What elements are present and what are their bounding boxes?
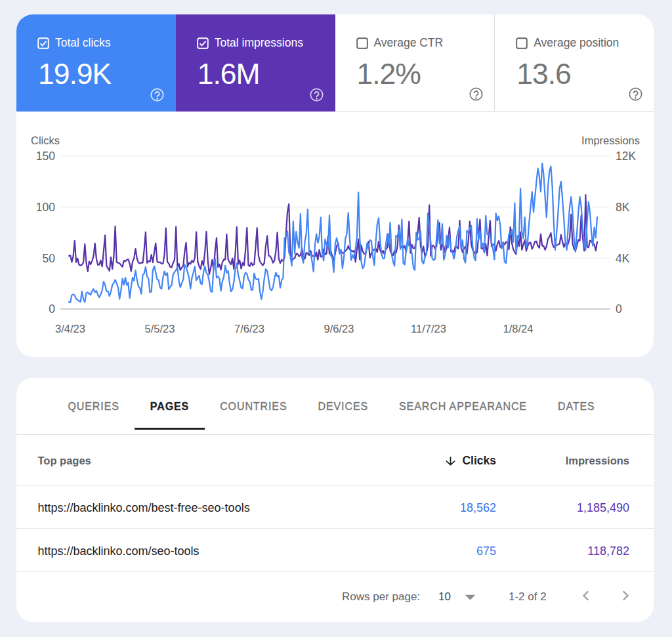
svg-text:1/8/24: 1/8/24 (503, 323, 534, 335)
svg-text:11/7/23: 11/7/23 (411, 323, 446, 335)
svg-text:8K: 8K (616, 201, 630, 214)
svg-text:12K: 12K (616, 150, 636, 163)
svg-text:0: 0 (49, 302, 55, 316)
svg-text:150: 150 (36, 150, 55, 163)
svg-text:7/6/23: 7/6/23 (234, 323, 264, 335)
svg-text:9/6/23: 9/6/23 (324, 323, 354, 335)
svg-text:Impressions: Impressions (581, 134, 640, 146)
svg-text:Clicks: Clicks (31, 134, 60, 146)
svg-text:0: 0 (616, 302, 622, 316)
svg-text:100: 100 (36, 201, 55, 214)
svg-text:50: 50 (43, 252, 56, 265)
svg-text:3/4/23: 3/4/23 (55, 323, 85, 335)
svg-text:5/5/23: 5/5/23 (145, 323, 175, 335)
svg-text:4K: 4K (616, 252, 630, 265)
